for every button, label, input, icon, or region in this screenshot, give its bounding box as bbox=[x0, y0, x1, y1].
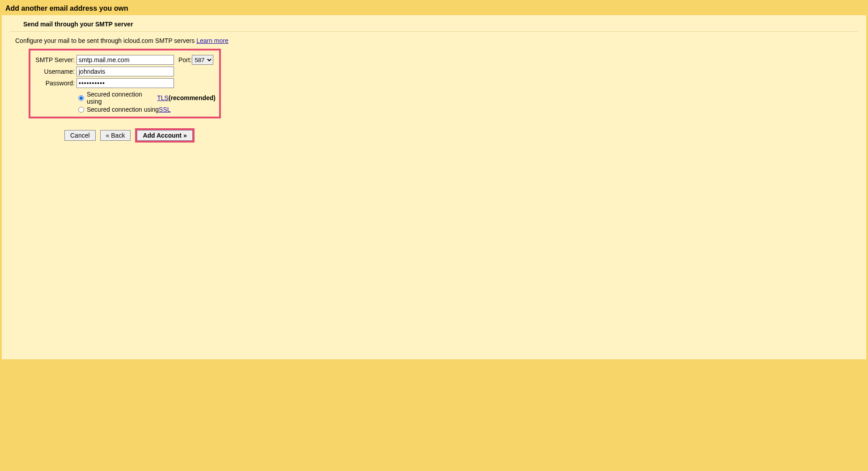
ssl-radio[interactable] bbox=[78, 107, 84, 113]
tls-recommended: (recommended) bbox=[169, 94, 216, 101]
password-input[interactable] bbox=[76, 78, 174, 88]
smtp-server-input[interactable] bbox=[76, 55, 174, 65]
config-text: Configure your mail to be sent through i… bbox=[15, 37, 196, 44]
learn-more-link[interactable]: Learn more bbox=[196, 37, 229, 44]
username-label: Username: bbox=[34, 68, 76, 75]
window-frame: Add another email address you own Send m… bbox=[0, 0, 868, 362]
username-input[interactable] bbox=[76, 67, 174, 76]
tls-label-prefix: Secured connection using bbox=[87, 91, 157, 105]
port-select[interactable]: 587 bbox=[192, 55, 213, 65]
section-subtitle: Send mail through your SMTP server bbox=[10, 20, 858, 32]
cancel-button[interactable]: Cancel bbox=[64, 130, 96, 141]
back-button[interactable]: « Back bbox=[100, 130, 131, 141]
smtp-server-row: SMTP Server: Port: 587 bbox=[34, 55, 216, 65]
button-row: Cancel « Back Add Account » bbox=[64, 128, 866, 143]
password-label: Password: bbox=[34, 80, 76, 87]
password-row: Password: bbox=[34, 78, 216, 88]
smtp-server-label: SMTP Server: bbox=[34, 56, 76, 63]
ssl-radio-line: Secured connection using SSL bbox=[78, 106, 216, 113]
content-area: Send mail through your SMTP server Confi… bbox=[2, 15, 866, 359]
add-account-highlight: Add Account » bbox=[135, 128, 194, 143]
tls-radio-line: Secured connection using TLS (recommende… bbox=[78, 91, 216, 105]
ssl-link[interactable]: SSL bbox=[159, 106, 170, 113]
username-row: Username: bbox=[34, 67, 216, 76]
smtp-form-highlight: SMTP Server: Port: 587 Username: Passwor… bbox=[29, 49, 221, 118]
add-account-button[interactable]: Add Account » bbox=[137, 130, 192, 141]
security-radio-group: Secured connection using TLS (recommende… bbox=[78, 91, 216, 113]
tls-radio[interactable] bbox=[78, 95, 84, 101]
ssl-label-prefix: Secured connection using bbox=[87, 106, 159, 113]
config-description: Configure your mail to be sent through i… bbox=[2, 35, 866, 49]
window-title: Add another email address you own bbox=[2, 2, 866, 15]
tls-link[interactable]: TLS bbox=[157, 94, 169, 101]
port-label: Port: bbox=[178, 56, 192, 63]
